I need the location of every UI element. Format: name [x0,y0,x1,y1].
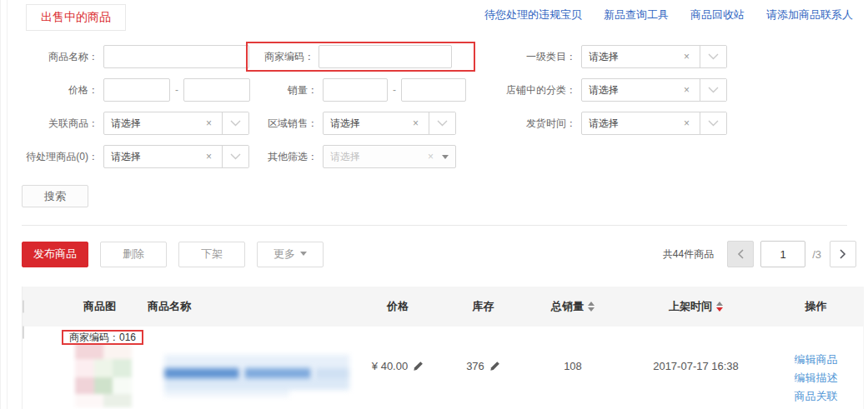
regional-sales-select-value: 请选择 [330,117,409,131]
clear-icon: × [424,151,437,162]
next-page-button[interactable] [830,241,856,267]
merchant-code-annotation: 商家编码：016 [62,330,143,345]
related-product-select[interactable]: 请选择 × [103,112,249,135]
product-image[interactable] [75,342,132,407]
link-add-product-contact[interactable]: 请添加商品联系人 [766,7,853,22]
select-all-checkbox[interactable] [23,300,24,313]
caret-down-icon [300,252,307,259]
more-label: 更多 [273,247,295,262]
chevron-down-icon[interactable] [700,79,726,101]
pending-products-select[interactable]: 请选择 × [103,145,249,168]
other-filter-select-placeholder: 请选择 [330,150,424,164]
listed-time-cell: 2017-07-17 16:38 [623,327,769,409]
table-header-row: 商品图 商品名称 价格 库存 总销量 上架时间 操作 [23,287,863,327]
product-table: 商品图 商品名称 价格 库存 总销量 上架时间 操作 商家编码：016 ¥ 40… [22,287,864,409]
merchant-code-input[interactable] [319,45,452,68]
category-select-value: 请选择 [589,50,680,64]
category-select[interactable]: 请选择 × [581,45,727,68]
clear-icon[interactable]: × [409,117,422,129]
merchant-code-highlight-box: 商家编码： [246,42,475,72]
page-edge-divider [7,0,8,409]
header-product-image: 商品图 [60,299,139,314]
price-max-input[interactable] [183,78,250,102]
filter-row-2: 价格： - 销量： - 店铺中的分类： 请选择 × [1,73,868,107]
caret-down-icon [442,155,449,162]
prev-page-button[interactable] [727,241,754,267]
filter-row-1: 商品名称： 商家编码： 一级类目： 请选择 × [1,40,868,73]
page-total-text: /3 [812,248,821,261]
header-listed-time: 上架时间 [623,298,769,315]
page-input[interactable] [760,241,805,267]
price-cell: ¥ 40.00 [352,327,444,409]
link-product-recycle-bin[interactable]: 商品回收站 [690,7,745,22]
action-toolbar: 发布商品 删除 下架 更多 共44件商品 /3 [22,241,856,267]
clear-icon[interactable]: × [680,84,693,96]
delete-button[interactable]: 删除 [100,242,167,267]
total-count-text: 共44件商品 [663,247,714,262]
shop-category-label: 店铺中的分类： [494,83,576,97]
other-filter-label: 其他筛选： [251,150,318,164]
top-links: 待您处理的违规宝贝 新品查询工具 商品回收站 请添加商品联系人 [484,7,853,22]
price-min-input[interactable] [103,78,170,102]
take-down-button[interactable]: 下架 [178,242,245,267]
clear-icon[interactable]: × [680,117,693,129]
chevron-down-icon[interactable] [222,112,248,134]
chevron-down-icon[interactable] [700,112,726,134]
row-checkbox[interactable] [23,326,24,339]
edit-description-link[interactable]: 编辑描述 [795,371,838,386]
regional-sales-select[interactable]: 请选择 × [323,112,456,135]
clear-icon[interactable]: × [203,117,215,129]
clear-icon[interactable]: × [680,51,693,62]
product-name-label: 商品名称： [22,50,98,64]
shop-category-select-value: 请选择 [589,83,680,97]
chevron-down-icon[interactable] [700,46,726,67]
filter-row-4: 待处理商品(0)： 请选择 × 其他筛选： 请选择 × [1,140,868,173]
sales-range-separator: - [393,84,396,96]
other-filter-select[interactable]: 请选择 × [323,145,456,168]
sales-label: 销量： [251,83,318,97]
sort-listed-time-icon[interactable] [716,298,723,315]
merchant-code-label: 商家编码： [251,50,314,64]
tab-on-sale-products[interactable]: 出售中的商品 [26,4,126,31]
shop-category-select[interactable]: 请选择 × [581,78,727,102]
delivery-time-label: 发货时间： [494,117,576,131]
price-value: ¥ 40.00 [372,360,408,372]
publish-product-button[interactable]: 发布商品 [22,242,88,267]
header-actions: 操作 [769,299,863,314]
related-product-label: 关联商品： [22,117,98,131]
product-management-page: 出售中的商品 待您处理的违规宝贝 新品查询工具 商品回收站 请添加商品联系人 商… [0,0,868,409]
stock-cell: 376 [444,327,523,409]
sort-total-sales-icon[interactable] [588,298,595,315]
sales-min-input[interactable] [323,78,388,102]
header-stock: 库存 [444,299,523,314]
chevron-down-icon[interactable] [222,146,248,167]
edit-stock-pencil-icon[interactable] [489,361,500,374]
stock-value: 376 [466,360,484,372]
more-dropdown-button[interactable]: 更多 [257,242,324,267]
delivery-time-select[interactable]: 请选择 × [581,112,727,135]
edit-price-pencil-icon[interactable] [413,361,424,374]
total-sales-cell: 108 [523,327,623,409]
price-range-separator: - [175,84,178,96]
link-violation-items[interactable]: 待您处理的违规宝贝 [484,7,582,22]
product-name-link[interactable] [164,355,349,397]
top-bar: 出售中的商品 待您处理的违规宝贝 新品查询工具 商品回收站 请添加商品联系人 [1,0,868,35]
product-relation-link[interactable]: 商品关联 [795,389,838,404]
filter-form: 商品名称： 商家编码： 一级类目： 请选择 × 价格： [1,40,868,207]
pagination: 共44件商品 /3 [663,241,856,267]
table-row: 商家编码：016 ¥ 40.00 376 108 2017-07-17 16:3… [23,327,863,409]
sales-max-input[interactable] [401,78,466,102]
section-divider [22,225,847,226]
link-new-product-query-tool[interactable]: 新品查询工具 [604,7,669,22]
product-name-input[interactable] [103,45,249,68]
pending-products-label: 待处理商品(0)： [22,150,98,164]
price-label: 价格： [22,83,98,97]
clear-icon[interactable]: × [203,151,215,162]
related-product-select-value: 请选择 [111,117,203,131]
regional-sales-label: 区域销售： [251,117,318,131]
edit-product-link[interactable]: 编辑商品 [795,352,838,367]
header-price: 价格 [352,299,444,314]
search-button[interactable]: 搜索 [22,185,88,207]
chevron-down-icon[interactable] [429,112,455,134]
pending-products-select-value: 请选择 [111,150,203,164]
